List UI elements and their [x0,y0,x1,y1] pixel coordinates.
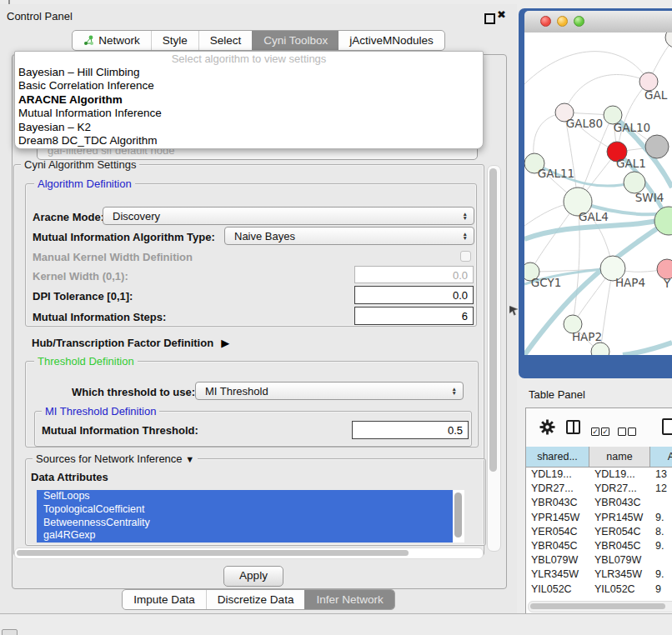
node-label-hap2: HAP2 [572,330,602,343]
table-horizontal-scrollbar[interactable] [528,601,672,612]
bottom-left-button[interactable] [2,629,18,635]
algorithm-dropdown-items: Bayesian – Hill ClimbingBasic Correlatio… [15,66,483,148]
table-row[interactable]: YDL19...YDL19...13 [526,468,672,482]
network-node[interactable] [665,32,672,48]
hub-factor-expander[interactable]: Hub/Transcription Factor Definition ▶ [32,337,229,349]
gear-icon[interactable] [539,419,555,435]
apply-button[interactable]: Apply [223,566,283,587]
table-row[interactable]: YPR145WYPR145W9. [526,511,672,525]
tab-select[interactable]: Select [198,31,253,50]
dpi-tolerance-field[interactable]: 0.0 [354,286,474,304]
table-cell: 9. [650,539,672,553]
float-window-icon[interactable] [484,13,495,24]
apply-button-label: Apply [239,569,268,582]
algorithm-option-dream8-dc-tdc-algorithm[interactable]: Dream8 DC_TDC Algorithm [15,134,483,148]
stepper-arrows-icon: ▲▼ [463,212,468,220]
algorithm-option-bayesian-hill-climbing[interactable]: Bayesian – Hill Climbing [15,66,483,79]
expand-right-icon[interactable]: ▶ [221,337,229,349]
attribute-item-gal4rgexp[interactable]: gal4RGexp [37,529,453,542]
column-header-shared-name[interactable]: shared... [526,447,589,468]
column-header-name[interactable]: name [589,447,650,468]
algorithm-option-mutual-information-inference[interactable]: Mutual Information Inference [15,107,483,120]
which-threshold-label: Which threshold to use: [72,386,195,398]
select-all-checkboxes-icon[interactable]: ✓✓ [591,423,609,438]
table-cell: YBR045C [526,539,589,553]
which-threshold-combobox[interactable]: MI Threshold ▲▼ [195,382,464,400]
attribute-list-scrollbar[interactable] [454,492,462,538]
mi-steps-field[interactable]: 6 [354,307,474,325]
table-cell: YBL079W [526,553,589,568]
table-cell: 13 [650,468,672,482]
settings-vertical-scrollbar[interactable] [487,165,501,552]
network-node[interactable] [645,135,669,158]
tab-style[interactable]: Style [151,31,198,50]
table-cell: YDL19... [526,468,589,482]
mi-type-combobox[interactable]: Naive Bayes ▲▼ [224,227,474,245]
which-threshold-value: MI Threshold [205,385,268,398]
node-label-hap4: HAP4 [615,276,645,289]
settings-horizontal-scrollbar[interactable] [14,548,484,559]
table-panel-title: Table Panel [529,388,585,401]
close-icon[interactable]: ✖ [497,8,506,21]
sources-title-text: Sources for Network Inference [36,452,183,465]
table-cell: YDR27... [526,482,589,496]
tab-impute-data[interactable]: Impute Data [123,590,206,609]
manual-kernel-label: Manual Kernel Width Definition [33,251,193,263]
table-row[interactable]: YBR045CYBR045C9. [526,539,672,553]
table-cell: YDL19... [589,468,650,482]
application-window: Control Panel ✖ NetworkStyleSelectCyni T… [0,0,672,635]
network-node[interactable] [591,342,609,355]
tab-cyni-toolbox[interactable]: Cyni Toolbox [252,31,339,50]
node-label-gal: GAL [644,88,668,102]
collapse-down-icon[interactable]: ▼ [185,454,194,464]
network-canvas[interactable]: GALGAL80GAL10GAL1GAL11SWI4GAL4HAP4YGCY1H… [524,32,672,355]
manual-kernel-checkbox[interactable] [460,251,471,262]
column-header-partial[interactable]: A [650,447,672,468]
data-attributes-list[interactable]: SelfLoopsTopologicalCoefficientBetweenne… [37,490,464,542]
table-row[interactable]: YER054CYER054C8. [526,525,672,539]
kernel-width-field[interactable]: 0.0 [354,266,474,283]
minimize-traffic-light-icon[interactable] [557,16,568,27]
table-cell [650,553,672,568]
tab-jactivemnodules[interactable]: jActiveMNodules [339,31,444,50]
table-row[interactable]: YBR043CYBR043C [526,496,672,510]
algorithm-option-bayesian-k2[interactable]: Bayesian – K2 [15,121,483,134]
table-cell: YPR145W [526,511,589,525]
aracne-mode-value: Discovery [113,210,160,222]
node-label-swi4: SWI4 [635,191,664,204]
table-cell [650,496,672,510]
mi-threshold-field[interactable]: 0.5 [352,421,469,439]
mi-threshold-group-title: MI Threshold Definition [42,405,159,418]
table-row[interactable]: YDR27...YDR27...12 [526,482,672,496]
zoom-traffic-light-icon[interactable] [574,16,584,27]
attribute-item-selfloops[interactable]: SelfLoops [37,490,453,503]
mi-threshold-value: 0.5 [448,424,463,437]
tab-network[interactable]: Network [73,31,151,50]
table-row[interactable]: YLR345WYLR345W9. [526,568,672,582]
close-traffic-light-icon[interactable] [540,16,551,27]
deselect-all-checkboxes-icon[interactable] [618,423,636,438]
table-row[interactable]: YIL052CYIL052C9 [526,582,672,597]
table-row[interactable]: YBL079WYBL079W [526,553,672,568]
table-cell: YER054C [589,525,650,539]
network-window-titlebar[interactable] [524,11,672,33]
table-cell: YBR043C [526,496,589,510]
aracne-mode-combobox[interactable]: Discovery ▲▼ [103,207,474,225]
attribute-item-betweennesscentrality[interactable]: BetweennessCentrality [37,517,453,530]
cyni-mode-tabstrip: Impute DataDiscretize DataInfer Network [122,589,394,610]
tab-infer-network[interactable]: Infer Network [304,590,394,609]
document-icon[interactable] [662,418,672,435]
mi-type-label: Mutual Information Algorithm Type: [33,231,215,243]
tab-discretize-data[interactable]: Discretize Data [206,590,305,609]
attribute-item-topologicalcoefficient[interactable]: TopologicalCoefficient [37,503,453,517]
algorithm-option-aracne-algorithm[interactable]: ARACNE Algorithm [15,93,483,107]
kernel-width-value: 0.0 [453,268,468,281]
algorithm-option-basic-correlation-inference[interactable]: Basic Correlation Inference [15,79,483,92]
column-selector-icon[interactable] [566,420,580,434]
node-table: ✓✓ shared... name A YDL19...YDL19...13YD… [525,408,672,614]
table-cell: YLR345W [589,568,650,582]
sources-group-title[interactable]: Sources for Network Inference ▼ [33,452,198,465]
network-icon [83,35,94,46]
table-cell: YBR043C [589,496,650,510]
table-cell: YLR345W [526,568,589,582]
